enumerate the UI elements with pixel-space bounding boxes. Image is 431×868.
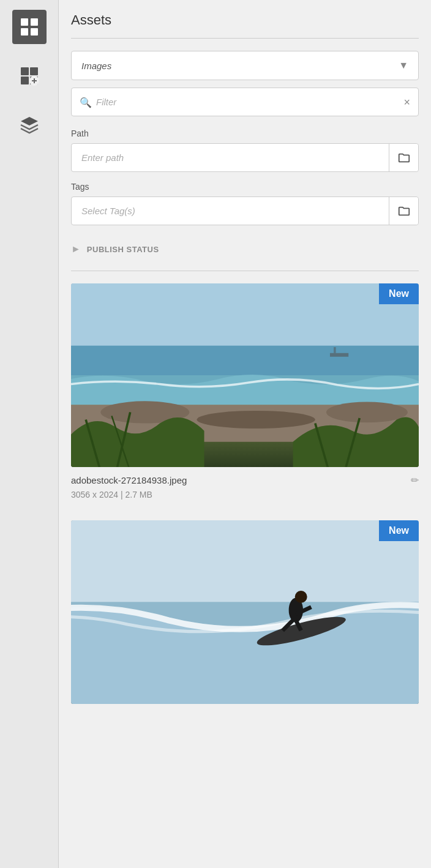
image-dimensions-1: 3056 x 2024 | 2.7 MB: [71, 490, 419, 499]
svg-rect-3: [31, 28, 38, 36]
path-section: Path: [71, 129, 419, 172]
tags-section: Tags: [71, 182, 419, 225]
surf-scene: [71, 520, 419, 704]
search-icon: 🔍: [80, 96, 92, 108]
image-thumb-2[interactable]: [71, 520, 419, 704]
tags-input[interactable]: [72, 197, 389, 225]
image-thumb-1[interactable]: [71, 283, 419, 467]
path-folder-button[interactable]: [389, 144, 418, 171]
title-divider: [71, 38, 419, 39]
svg-rect-1: [31, 18, 38, 26]
type-dropdown-wrapper: Images ▼: [71, 51, 419, 80]
image-meta-1: adobestock-272184938.jpeg ✏ 3056 x 2024 …: [71, 467, 419, 511]
image-filename-row-1: adobestock-272184938.jpeg ✏: [71, 474, 419, 486]
svg-rect-0: [21, 18, 28, 26]
svg-rect-6: [21, 77, 29, 84]
type-dropdown[interactable]: Images ▼: [71, 51, 419, 80]
ocean-scene: [71, 283, 419, 467]
image-filename-1: adobestock-272184938.jpeg: [71, 475, 187, 485]
chevron-down-icon: ▼: [399, 60, 408, 71]
new-badge-1: New: [379, 283, 419, 304]
publish-status-label: PUBLISH STATUS: [87, 245, 159, 254]
sidebar-item-layers[interactable]: [12, 108, 47, 142]
tags-folder-button[interactable]: [389, 197, 418, 225]
page-title: Assets: [71, 12, 419, 28]
main-content: Assets Images ▼ 🔍 Filter × Path Tags: [59, 0, 431, 868]
filter-placeholder: Filter: [96, 97, 116, 107]
svg-rect-5: [30, 67, 38, 75]
type-dropdown-value: Images: [81, 61, 111, 71]
sidebar: [0, 0, 59, 868]
svg-rect-25: [334, 347, 336, 353]
sidebar-item-add-content[interactable]: [12, 59, 47, 93]
tags-label: Tags: [71, 182, 419, 192]
svg-point-30: [295, 591, 307, 603]
publish-status-row[interactable]: ► PUBLISH STATUS: [71, 238, 419, 261]
svg-point-17: [197, 411, 315, 428]
sidebar-item-assets[interactable]: [12, 10, 47, 44]
path-input[interactable]: [72, 144, 389, 171]
path-label: Path: [71, 129, 419, 138]
filter-input-display[interactable]: Filter: [71, 88, 419, 116]
filter-wrapper: 🔍 Filter ×: [71, 88, 419, 116]
image-card-1: New: [71, 283, 419, 511]
new-badge-2: New: [379, 520, 419, 541]
clear-filter-icon[interactable]: ×: [403, 95, 410, 108]
path-input-wrapper: [71, 143, 419, 172]
chevron-right-icon: ►: [71, 244, 81, 255]
edit-icon-1[interactable]: ✏: [411, 474, 419, 486]
svg-rect-4: [21, 67, 29, 75]
svg-point-18: [326, 402, 408, 423]
section-divider: [71, 271, 419, 271]
tags-input-wrapper: [71, 196, 419, 225]
image-card-2: New: [71, 520, 419, 704]
svg-marker-11: [21, 117, 38, 125]
svg-rect-2: [21, 28, 28, 36]
svg-rect-24: [330, 353, 348, 357]
